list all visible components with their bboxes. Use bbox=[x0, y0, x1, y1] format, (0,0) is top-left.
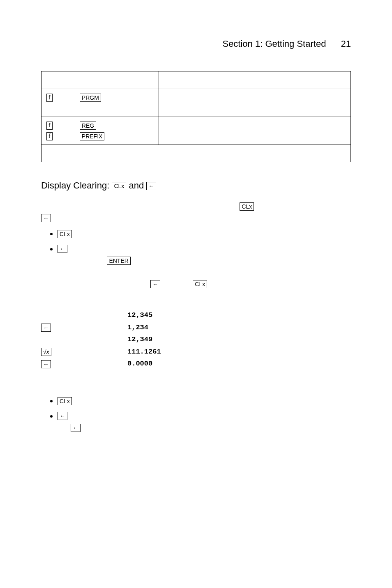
table-cell: Clears all data storage registers. Clear… bbox=[159, 117, 351, 145]
clx-key-icon: CLx bbox=[193, 280, 207, 288]
clx-key-icon: CLx bbox=[58, 397, 72, 405]
keystroke-cell: ← bbox=[41, 322, 127, 333]
back-arrow-icon: ← bbox=[58, 412, 67, 420]
desc-cell: Clears only the last digit. bbox=[189, 322, 351, 333]
clear-label: CLEAR bbox=[54, 122, 78, 129]
bullet-list: CLx clears the display to zero. ← delete… bbox=[58, 228, 351, 290]
desc-cell bbox=[189, 334, 351, 345]
prgm-key-icon: PRGM bbox=[80, 94, 101, 102]
back-arrow-icon: ← bbox=[71, 424, 81, 432]
section-heading: Display Clearing: CLx and ← bbox=[41, 179, 351, 192]
keystroke-cell: ← bbox=[41, 358, 127, 369]
table-header-sequence: Clearing Sequence bbox=[42, 71, 159, 89]
heading-and: and bbox=[129, 180, 146, 191]
keystroke-cell: √x bbox=[41, 347, 127, 357]
desc-cell: Clears all digits to zero. bbox=[189, 358, 351, 369]
table-footnote: *Also clears the summation registers and… bbox=[42, 145, 351, 162]
list-item: ← will stop execution of the program (ac… bbox=[58, 410, 351, 446]
display-cell: 111.1261 bbox=[127, 347, 189, 357]
display-cell: 0.0000 bbox=[127, 358, 189, 369]
sqrt-key-icon: √x bbox=[41, 348, 51, 356]
list-item: CLx clears the display to zero. bbox=[58, 228, 351, 240]
back-arrow-icon: ← bbox=[146, 182, 156, 190]
paragraph: The HP 15c has two types of display clea… bbox=[41, 200, 351, 224]
column-header: Display bbox=[127, 298, 189, 309]
clearing-table: Clearing Sequence Effect f CLEAR PRGM Cl… bbox=[41, 71, 351, 162]
section-title: Section 1: Getting Started bbox=[222, 39, 326, 49]
table-cell: f CLEAR PRGM bbox=[42, 89, 159, 117]
paragraph: In a running program, bbox=[41, 379, 351, 391]
example-table: Keystrokes Display 12345 12,345 Digit en… bbox=[41, 298, 351, 369]
back-arrow-icon: ← bbox=[41, 324, 51, 332]
reg-key-icon: REG bbox=[80, 122, 96, 130]
back-arrow-icon: ← bbox=[58, 245, 67, 253]
display-cell: 1,234 bbox=[127, 322, 189, 333]
back-arrow-icon: ← bbox=[150, 280, 160, 288]
back-arrow-icon: ← bbox=[41, 214, 51, 222]
heading-text: Display Clearing: bbox=[41, 180, 109, 191]
display-cell: 12,345 bbox=[127, 310, 189, 321]
clear-label: CLEAR bbox=[54, 94, 78, 101]
clx-key-icon: CLx bbox=[112, 182, 126, 190]
clear-label: CLEAR bbox=[54, 132, 78, 140]
f-key-icon: f bbox=[46, 94, 53, 102]
list-item: CLx will clear the contents of the displ… bbox=[58, 395, 351, 407]
f-key-icon: f bbox=[46, 122, 53, 130]
table-cell: Clears program memory (only in Program m… bbox=[159, 89, 351, 117]
clx-key-icon: CLx bbox=[240, 202, 254, 211]
list-item: ← deletes only the last digit in the dis… bbox=[58, 243, 351, 290]
bullet-list: CLx will clear the contents of the displ… bbox=[58, 395, 351, 445]
prefix-key-icon: PREFIX bbox=[80, 132, 105, 140]
page-number: 21 bbox=[341, 39, 351, 49]
table-cell: f CLEAR REG f CLEAR PREFIX bbox=[42, 117, 159, 145]
page-header: Section 1: Getting Started 21 bbox=[41, 37, 351, 51]
enter-key-icon: ENTER bbox=[107, 257, 130, 265]
back-arrow-icon: ← bbox=[41, 360, 51, 368]
desc-cell: Digit entry not terminated. bbox=[189, 310, 351, 321]
desc-cell: Terminates digit entry. bbox=[189, 347, 351, 357]
clx-key-icon: CLx bbox=[58, 230, 72, 238]
keystroke-cell: 9 bbox=[41, 334, 127, 345]
table-header-effect: Effect bbox=[159, 71, 351, 89]
column-header: Keystrokes bbox=[41, 298, 127, 309]
display-cell: 12,349 bbox=[127, 334, 189, 345]
f-key-icon: f bbox=[46, 132, 53, 140]
keystroke-cell: 12345 bbox=[41, 310, 127, 321]
